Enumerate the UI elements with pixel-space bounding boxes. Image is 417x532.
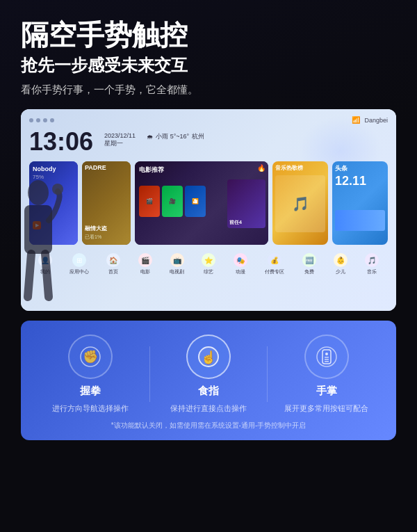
card-music-inner: 音乐热歌榜 🎵 [272,161,328,245]
gesture-footnote: *该功能默认关闭，如需使用需在系统设置-通用-手势控制中开启 [32,421,385,430]
finger-gesture-name: 食指 [198,385,219,398]
card-movie-rec: 电影推荐 🔥 🎬 🎥 🎦 前任4 [135,161,268,245]
nav-label-variety: 综艺 [204,268,213,275]
nav-icon-mine: 👤 [38,253,52,267]
nav-label-home: 首页 [108,268,118,275]
weather-text: 小雨 5°~16° [156,132,189,141]
tv-topbar-left [29,118,54,122]
tv-weekday: 星期一 [104,139,136,148]
fist-gesture-desc: 进行方向导航选择操作 [52,403,129,414]
nav-item-anime: 🎭 动漫 [234,253,247,275]
card-padre-inner: PADRE 融情大盗 已看1% [82,161,131,245]
nav-item-movie: 🎬 电影 [138,253,152,275]
finger-gesture-desc: 保持进行直接点击操作 [170,403,247,414]
tv-dot-4 [50,118,54,122]
nav-label-movie: 电影 [140,268,150,275]
fire-icon: 🔥 [257,164,265,172]
tv-dot-3 [43,118,47,122]
nav-icon-tv: 📺 [170,253,184,267]
tv-location: 杭州 [192,132,204,141]
tv-time: 13:06 [29,129,93,154]
nav-label-paid: 付费专区 [265,268,284,275]
svg-text:✊: ✊ [83,349,99,364]
music-title: 音乐热歌榜 [275,164,303,172]
card-nobody: Nobody 75% ▶ [29,161,78,245]
gesture-item-finger: ☝ 食指 保持进行直接点击操作 [150,334,268,414]
nav-item-music: 🎵 音乐 [365,253,379,275]
nav-label-music: 音乐 [367,268,377,275]
page-container: 隔空手势触控 抢先一步感受未来交互 看你手势行事，一个手势，它全都懂。 📶 Da… [0,0,417,532]
card-padre: PADRE 融情大盗 已看1% [82,161,131,245]
tv-screen: 📶 Dangbei 13:06 2023/12/11 星期一 🌧 小雨 5°~1… [21,109,396,311]
sub-title: 抢先一步感受未来交互 [21,54,396,76]
gesture-item-palm: 手掌 展开更多常用按钮可配合 [268,334,385,414]
nav-item-home: 🏠 首页 [106,253,120,275]
tv-brand: Dangbei [364,117,388,124]
padre-title: PADRE [85,164,106,171]
nav-icon-apps: ⊞ [72,253,86,267]
nav-icon-music-nav: 🎵 [365,253,379,267]
nav-icon-variety: ⭐ [202,253,215,267]
nav-label-mine: 我的 [40,268,50,275]
poster-3: 🎦 [185,186,206,217]
fist-gesture-name: 握拳 [80,385,101,398]
tv-cards-row: Nobody 75% ▶ PADRE 融情大盗 已看1% [29,161,388,245]
tv-info-row: 13:06 2023/12/11 星期一 🌧 小雨 5°~16° 杭州 [29,129,388,154]
poster-1: 🎬 [139,186,160,217]
tv-weather: 🌧 小雨 5°~16° 杭州 [147,132,204,141]
nav-item-apps: ⊞ 应用中心 [70,253,89,275]
nav-label-kids: 少儿 [336,268,345,275]
finger-icon-circle: ☝ [186,334,231,379]
card-music: 音乐热歌榜 🎵 [272,161,328,245]
palm-svg [313,343,341,371]
nav-label-free: 免费 [304,268,314,275]
svg-rect-11 [325,359,329,360]
featured-poster-label: 前任4 [229,219,242,226]
fist-svg: ✊ [76,343,104,371]
nav-item-kids: 👶 少儿 [334,253,348,275]
toutiao-bar [335,210,385,231]
gesture-item-fist: ✊ 握拳 进行方向导航选择操作 [32,334,149,414]
nav-item-paid: 💰 付费专区 [265,253,284,275]
palm-gesture-desc: 展开更多常用按钮可配合 [284,403,368,414]
weather-icon: 🌧 [147,134,153,140]
nav-item-tv: 📺 电视剧 [170,253,184,275]
card-toutiao-inner: 头条 12.11 [332,161,388,245]
palm-icon-circle [304,334,349,379]
tv-nav: 👤 我的 ⊞ 应用中心 🏠 首页 🎬 电影 📺 电视剧 [29,250,388,278]
nav-label-apps: 应用中心 [70,268,89,275]
nav-icon-anime: 🎭 [234,253,247,267]
poster-2: 🎥 [162,186,183,217]
fist-icon-circle: ✊ [68,334,113,379]
tv-dot-2 [36,118,40,122]
nav-label-tv: 电视剧 [170,268,184,275]
card-nobody-inner: Nobody 75% ▶ [29,161,78,245]
nobody-badge: ▶ [33,221,41,229]
finger-svg: ☝ [195,343,222,371]
tv-date-col: 2023/12/11 星期一 [104,132,136,148]
nav-icon-home: 🏠 [106,253,120,267]
padre-chinese: 融情大盗 [85,225,107,232]
tv-dot-1 [29,118,33,122]
nav-item-free: 🆓 免费 [302,253,316,275]
nobody-progress: 75% [33,174,44,180]
nobody-title: Nobody [33,166,56,172]
desc-text: 看你手势行事，一个手势，它全都懂。 [21,83,396,97]
main-title: 隔空手势触控 [21,19,396,50]
nav-item-variety: ⭐ 综艺 [202,253,215,275]
tv-inner: 📶 Dangbei 13:06 2023/12/11 星期一 🌧 小雨 5°~1… [21,109,396,311]
featured-poster: 前任4 [227,179,265,228]
nav-icon-movie: 🎬 [138,253,152,267]
gesture-section: ✊ 握拳 进行方向导航选择操作 ☝ 食指 保持进行直接点击操作 [21,321,396,440]
card-toutiao: 头条 12.11 [332,161,388,245]
nav-label-anime: 动漫 [236,268,245,275]
nav-icon-kids: 👶 [334,253,348,267]
palm-gesture-name: 手掌 [316,385,337,398]
svg-point-9 [325,353,328,355]
gesture-row: ✊ 握拳 进行方向导航选择操作 ☝ 食指 保持进行直接点击操作 [32,334,385,414]
nav-icon-free: 🆓 [302,253,316,267]
music-icon: 🎵 [275,175,325,232]
tv-date: 2023/12/11 [104,132,136,139]
svg-rect-12 [325,361,329,362]
toutiao-title: 头条 [335,164,348,173]
